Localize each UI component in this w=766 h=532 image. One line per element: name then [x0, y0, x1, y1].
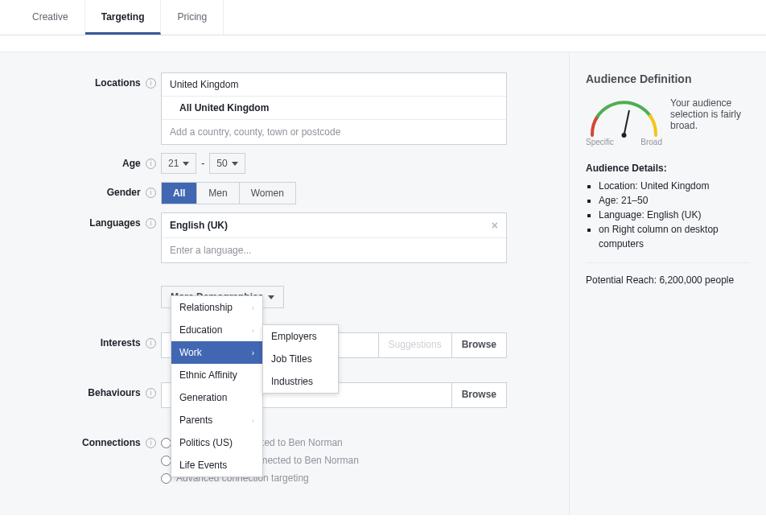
- menu-ethnic-affinity[interactable]: Ethnic Affinity: [171, 364, 262, 386]
- menu-life-events[interactable]: Life Events: [171, 454, 262, 476]
- location-input[interactable]: [162, 120, 506, 144]
- svg-line-0: [624, 110, 630, 135]
- interests-label: Interests i: [8, 332, 161, 348]
- location-country[interactable]: United Kingdom: [162, 73, 506, 97]
- age-max-select[interactable]: 50: [209, 153, 245, 174]
- gender-segmented: All Men Women: [161, 182, 296, 204]
- age-separator: -: [201, 158, 204, 169]
- info-icon[interactable]: i: [146, 388, 156, 398]
- chevron-right-icon: ›: [252, 326, 254, 335]
- potential-reach: Potential Reach: 6,200,000 people: [586, 274, 750, 286]
- svg-point-1: [622, 133, 627, 138]
- suggestions-button: Suggestions: [378, 333, 451, 357]
- submenu-industries[interactable]: Industries: [263, 370, 338, 393]
- info-icon[interactable]: i: [146, 188, 156, 198]
- age-label: Age i: [8, 153, 161, 169]
- caret-down-icon: [232, 162, 238, 166]
- tab-targeting[interactable]: Targeting: [85, 0, 162, 35]
- location-sub[interactable]: All United Kingdom: [162, 97, 506, 120]
- chevron-right-icon: ›: [252, 416, 254, 425]
- audience-details-title: Audience Details:: [586, 163, 750, 174]
- tabs: Creative Targeting Pricing: [0, 0, 766, 35]
- language-pill: English (UK) ×: [162, 213, 506, 238]
- menu-work[interactable]: Work›: [171, 341, 262, 364]
- gender-all-button[interactable]: All: [162, 183, 197, 204]
- caret-down-icon: [268, 295, 274, 299]
- info-icon[interactable]: i: [146, 438, 156, 448]
- locations-label: Locations i: [8, 72, 161, 89]
- submenu-employers[interactable]: Employers: [263, 325, 338, 348]
- behaviours-browse-button[interactable]: Browse: [451, 383, 506, 407]
- behaviours-label: Behaviours i: [8, 382, 161, 398]
- languages-label: Languages i: [8, 212, 161, 229]
- gauge-broad-label: Broad: [640, 138, 662, 146]
- chevron-right-icon: ›: [252, 303, 254, 312]
- tab-pricing[interactable]: Pricing: [161, 0, 224, 35]
- menu-education[interactable]: Education›: [171, 319, 262, 341]
- tab-creative[interactable]: Creative: [16, 0, 85, 35]
- audience-title: Audience Definition: [586, 72, 750, 85]
- connections-label: Connections i: [8, 432, 161, 448]
- detail-location: Location: United Kingdom: [599, 179, 750, 193]
- menu-politics[interactable]: Politics (US): [171, 431, 262, 454]
- detail-age: Age: 21–50: [599, 193, 750, 208]
- interests-browse-button[interactable]: Browse: [451, 333, 506, 357]
- gender-women-button[interactable]: Women: [240, 183, 295, 204]
- gauge-specific-label: Specific: [586, 138, 614, 146]
- work-submenu: Employers Job Titles Industries: [262, 324, 339, 394]
- caret-down-icon: [183, 162, 189, 166]
- info-icon[interactable]: i: [146, 78, 156, 89]
- gender-label: Gender i: [8, 182, 161, 198]
- submenu-job-titles[interactable]: Job Titles: [263, 348, 338, 370]
- detail-language: Language: English (UK): [599, 208, 750, 222]
- info-icon[interactable]: i: [146, 338, 156, 348]
- info-icon[interactable]: i: [146, 159, 156, 169]
- demographics-menu: Relationship› Education› Work› Ethnic Af…: [171, 295, 263, 477]
- age-min-select[interactable]: 21: [161, 153, 196, 174]
- remove-language-icon[interactable]: ×: [492, 219, 498, 232]
- gauge-icon: [586, 97, 662, 139]
- menu-parents[interactable]: Parents›: [171, 409, 262, 431]
- menu-relationship[interactable]: Relationship›: [171, 296, 262, 319]
- info-icon[interactable]: i: [146, 218, 156, 229]
- chevron-right-icon: ›: [252, 348, 254, 357]
- language-input[interactable]: [162, 238, 506, 262]
- menu-generation[interactable]: Generation: [171, 386, 262, 409]
- gender-men-button[interactable]: Men: [197, 183, 239, 204]
- detail-placement: on Right column on desktop computers: [599, 222, 750, 251]
- audience-summary: Your audience selection is fairly broad.: [670, 97, 750, 131]
- audience-details: Location: United Kingdom Age: 21–50 Lang…: [586, 179, 750, 251]
